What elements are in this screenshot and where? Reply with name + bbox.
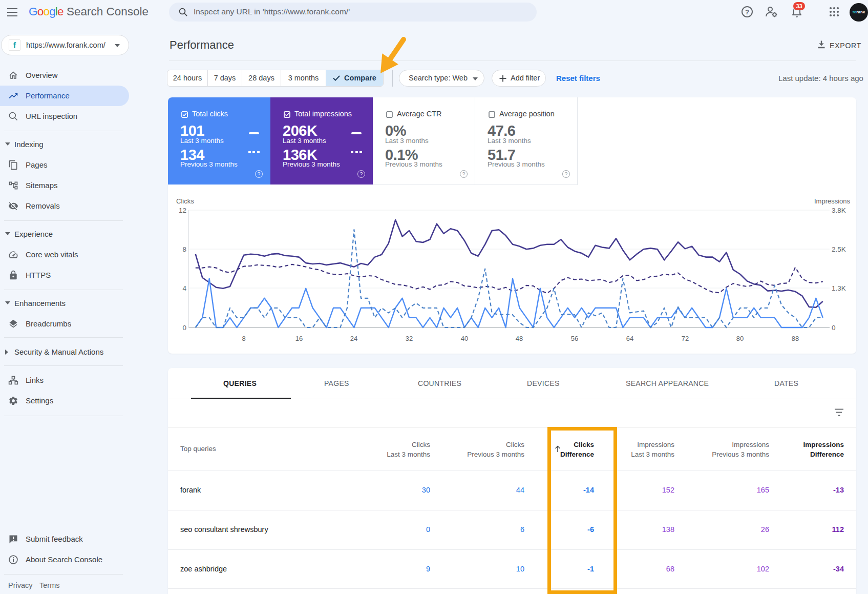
svg-text:?: ? [745,8,749,16]
